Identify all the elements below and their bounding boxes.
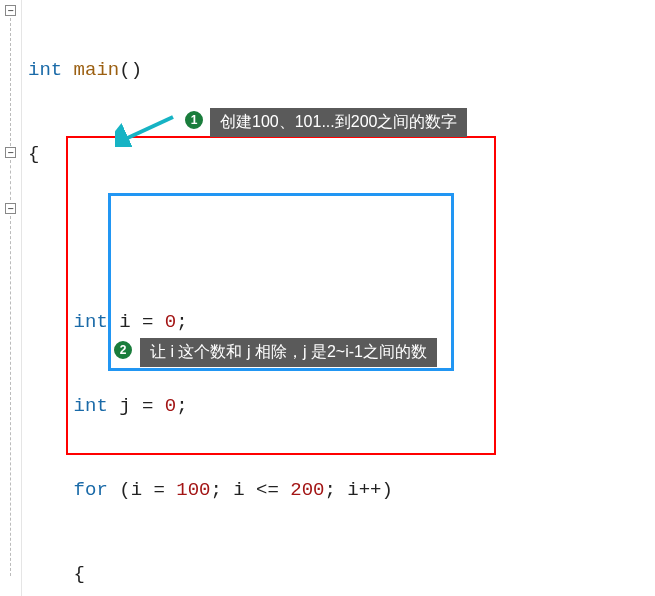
annotation-callout-2: 让 i 这个数和 j 相除，j 是2~i-1之间的数 bbox=[140, 338, 437, 367]
fold-icon[interactable]: − bbox=[5, 203, 16, 214]
keyword-int: int bbox=[28, 59, 62, 81]
fold-line bbox=[10, 160, 11, 200]
code-line: { bbox=[28, 560, 439, 588]
function-main: main bbox=[62, 59, 119, 81]
annotation-badge-1: 1 bbox=[183, 109, 205, 131]
fold-line bbox=[10, 216, 11, 576]
annotation-callout-1: 创建100、101...到200之间的数字 bbox=[210, 108, 467, 137]
code-line: int main() bbox=[28, 56, 439, 84]
editor-gutter: − − − bbox=[0, 0, 22, 596]
fold-icon[interactable]: − bbox=[5, 5, 16, 16]
annotation-badge-2: 2 bbox=[112, 339, 134, 361]
fold-line bbox=[10, 18, 11, 146]
fold-icon[interactable]: − bbox=[5, 147, 16, 158]
code-line: for (i = 100; i <= 200; i++) bbox=[28, 476, 439, 504]
